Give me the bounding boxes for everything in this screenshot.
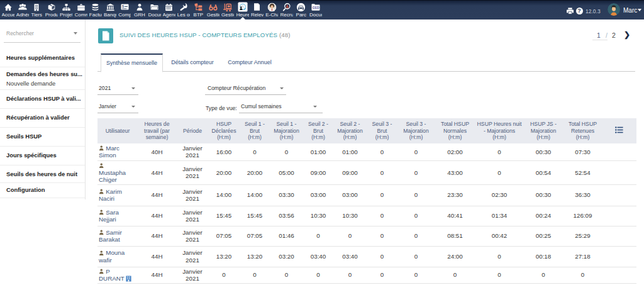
svg-text:S: S [122,5,125,8]
svg-text:GED: GED [313,6,319,9]
